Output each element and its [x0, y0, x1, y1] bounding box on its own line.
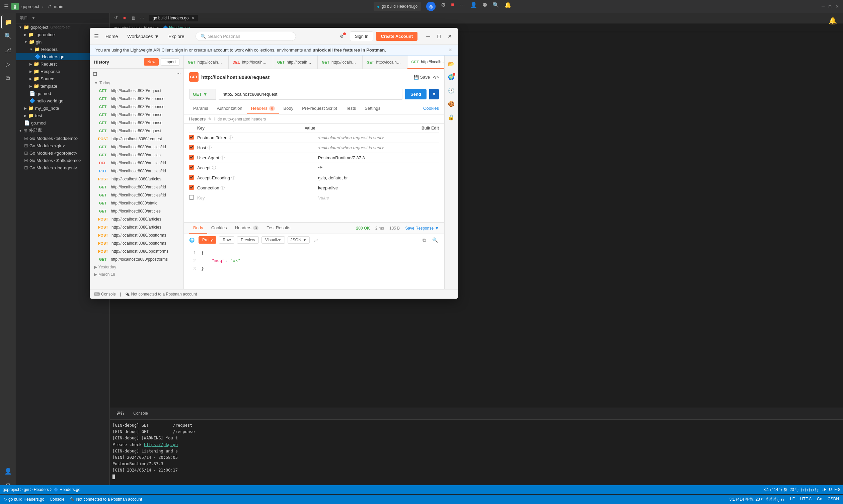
pm-info-icon-3[interactable]: ⓘ [212, 165, 216, 171]
stop-icon[interactable]: ■ [121, 15, 128, 21]
sidebar-header[interactable]: 项目 ▼ [16, 13, 109, 23]
pm-nav-workspaces[interactable]: Workspaces ▼ [125, 33, 161, 40]
pm-history-item-19[interactable]: POST http://localhost:8080/postforms [90, 239, 183, 247]
pm-wrap-icon[interactable]: ⇌ [314, 237, 318, 243]
pm-notice-close-btn[interactable]: ✕ [449, 48, 452, 53]
pm-sign-in-button[interactable]: Sign In [350, 32, 373, 41]
pm-row-checkbox-0[interactable] [189, 135, 197, 141]
run-tab-build[interactable]: go build Headers.go ✕ [149, 15, 198, 21]
pm-checkbox-2[interactable] [189, 155, 194, 160]
pm-history-item-18[interactable]: POST http://localhost:8080/postforms [90, 231, 183, 239]
pm-view-preview-btn[interactable]: Preview [237, 236, 259, 244]
postman-search[interactable]: 🔍 Search Postman [196, 32, 296, 41]
pm-history-item-8[interactable]: GET http://localhost:8080/articles [90, 151, 183, 159]
pm-nav-home[interactable]: Home [104, 33, 120, 40]
pm-restore-btn[interactable]: □ [435, 33, 443, 40]
pm-checkbox-3[interactable] [189, 165, 194, 170]
pm-vault-icon[interactable]: 🔒 [446, 112, 456, 123]
pm-resp-tab-headers[interactable]: Headers 3 [231, 222, 263, 234]
search-icon-sidebar[interactable]: 🔍 [1, 30, 15, 43]
pm-info-icon-5[interactable]: ⓘ [221, 185, 225, 191]
pm-row-checkbox-6[interactable] [189, 195, 197, 201]
pm-row-checkbox-5[interactable] [189, 185, 197, 191]
pm-info-icon-4[interactable]: ⓘ [231, 175, 235, 181]
pm-console-link[interactable]: ⌨ Console [94, 292, 116, 296]
pm-environment-icon[interactable]: 🌍 [446, 72, 456, 82]
pm-history-item-13[interactable]: GET http://localhost:8080/articles/:id [90, 191, 183, 199]
outer-notification-bell[interactable]: 🔔 [829, 17, 837, 25]
pm-checkbox-5[interactable] [189, 185, 194, 190]
more-icon[interactable]: ⋯ [460, 2, 465, 11]
pm-history-item-6[interactable]: POST http://localhost:8080/request [90, 135, 183, 143]
postman-menu-icon[interactable]: ☰ [94, 33, 99, 39]
pm-req-tab-body[interactable]: Body [280, 103, 298, 114]
pm-history-item-7[interactable]: GET http://localhost:8080/articles/:id [90, 143, 183, 151]
hamburger-icon[interactable]: ☰ [4, 3, 9, 10]
pm-info-icon-2[interactable]: ⓘ [221, 155, 225, 161]
settings-icon[interactable]: ⚙ [441, 2, 446, 11]
pm-view-raw-btn[interactable]: Raw [219, 236, 234, 244]
pm-search-response-btn[interactable]: 🔍 [431, 236, 439, 244]
pm-view-visualize-btn[interactable]: Visualize [262, 236, 285, 244]
pm-row-checkbox-3[interactable] [189, 165, 197, 171]
pm-collection-icon[interactable]: 📂 [446, 58, 456, 69]
pm-req-tab-headers[interactable]: Headers 6 [247, 103, 279, 114]
pm-history-item-0[interactable]: GET http://localhost:8080/request [90, 87, 183, 95]
pm-view-pretty-btn[interactable]: Pretty [199, 236, 216, 244]
pm-close-btn[interactable]: ✕ [446, 33, 454, 40]
pm-minimize-btn[interactable]: ─ [424, 33, 432, 40]
pm-nav-explore[interactable]: Explore [166, 33, 186, 40]
copilot-icon[interactable]: ◎ [426, 2, 435, 11]
source-control-icon[interactable]: ⎇ [1, 43, 15, 57]
terminal-output[interactable]: [GIN-debug] GET /request [GIN-debug] GET… [110, 420, 843, 494]
pm-cookie-icon[interactable]: 🍪 [446, 98, 456, 109]
pm-row-checkbox-2[interactable] [189, 155, 197, 161]
console-bottom-tab[interactable]: Console [129, 410, 152, 418]
pm-sidebar-more-icon[interactable]: ⋯ [176, 71, 181, 77]
pm-history-item-12[interactable]: GET http://localhost:8080/articles/:id [90, 183, 183, 191]
explorer-icon[interactable]: 📁 [1, 15, 15, 29]
project-name[interactable]: goproject [21, 4, 39, 9]
pm-history-item-1[interactable]: GET http://localhost:8080/response [90, 95, 183, 103]
bell-icon[interactable]: 🔔 [504, 2, 511, 11]
pm-method-select[interactable]: GET ▼ [189, 89, 216, 100]
pm-row-key-6[interactable]: Key [197, 195, 318, 200]
pm-history-item-15[interactable]: GET http://localhost:8080/articles [90, 207, 183, 215]
restart-icon[interactable]: ↺ [112, 15, 119, 21]
pm-send-button[interactable]: Send [405, 89, 427, 100]
pm-row-checkbox-4[interactable] [189, 175, 197, 181]
pm-row-value-6[interactable]: Value [318, 195, 439, 200]
pm-checkbox-4[interactable] [189, 175, 194, 180]
pm-info-icon-0[interactable]: ⓘ [229, 135, 233, 141]
trash-icon[interactable]: 🗑 [130, 15, 137, 21]
pm-history-item-16[interactable]: POST http://localhost:8080/articles [90, 215, 183, 223]
pm-history-item-10[interactable]: PUT http://localhost:8080/articles/:id [90, 167, 183, 175]
pm-row-checkbox-1[interactable] [189, 145, 197, 150]
pm-copy-btn[interactable]: ⧉ [420, 236, 428, 244]
pm-history-item-3[interactable]: GET http://localhost:8080/reponse [90, 111, 183, 119]
statusbar-run[interactable]: ▷ go build Headers.go [4, 497, 44, 502]
run-debug-icon[interactable]: ▷ [1, 57, 15, 71]
pm-resp-tab-body[interactable]: Body [189, 222, 207, 234]
pm-today-section[interactable]: ▼ Today [90, 79, 183, 87]
pm-march18-section[interactable]: ▶ March 18 [90, 271, 183, 278]
pm-import-button[interactable]: Import [161, 58, 179, 66]
accounts-icon[interactable]: 👤 [1, 465, 15, 478]
pm-save-response-btn[interactable]: Save Response ▼ [405, 226, 439, 231]
pm-resp-tab-testresults[interactable]: Test Results [263, 222, 294, 234]
pm-yesterday-section[interactable]: ▶ Yesterday [90, 264, 183, 271]
pm-create-account-button[interactable]: Create Account [376, 32, 417, 41]
browser-icon[interactable]: ■ [451, 2, 454, 11]
pm-history-item-14[interactable]: GET http://localhost:8080/static [90, 199, 183, 207]
pm-hide-autogen-toggle[interactable]: ✎ Hide auto-generated headers [208, 117, 266, 122]
pm-tab-3[interactable]: GET http://localhost:80... [318, 56, 363, 69]
pm-tab-5-active[interactable]: GET http://localhost:80... [408, 56, 445, 69]
pm-tab-4[interactable]: GET http://localhost:80... [363, 56, 408, 69]
pm-history-item-5[interactable]: GET http://localhost:8080/request [90, 127, 183, 135]
pm-format-select[interactable]: JSON ▼ [288, 236, 310, 244]
search-icon-titlebar[interactable]: 🔍 [492, 2, 499, 11]
pm-history-item-11[interactable]: POST http://localhost:8080/articles [90, 175, 183, 183]
user-icon[interactable]: 👤 [470, 2, 477, 11]
pm-info-icon-1[interactable]: ⓘ [208, 145, 212, 150]
pm-history-item-20[interactable]: POST http://localhost:8080/ppostforms [90, 247, 183, 255]
